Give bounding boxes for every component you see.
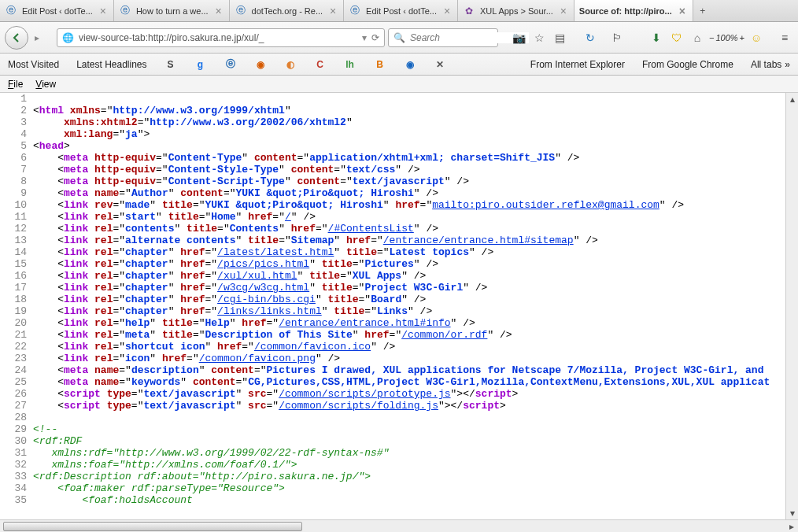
dropdown-icon[interactable]: ▾ bbox=[362, 32, 367, 43]
download-icon[interactable]: ⬇ bbox=[648, 29, 665, 46]
bookmark-favicon: ◉ bbox=[404, 58, 416, 71]
menu-bar: FileView bbox=[0, 76, 798, 93]
bookmark-icon-4[interactable]: ⓔ bbox=[221, 57, 240, 72]
menu-file[interactable]: File bbox=[3, 77, 28, 91]
tab-title: XUL Apps > Sour... bbox=[480, 6, 553, 16]
new-tab-button[interactable]: + bbox=[693, 0, 712, 21]
bookmark-latest-headlines[interactable]: Latest Headlines bbox=[73, 57, 150, 72]
menu-icon[interactable]: ≡ bbox=[776, 29, 793, 46]
camera-icon[interactable]: 📷 bbox=[511, 29, 528, 46]
tab-1[interactable]: ⓔHow to turn a we...× bbox=[114, 0, 230, 21]
zoom-control[interactable]: − 100% + bbox=[709, 33, 744, 42]
list-icon[interactable]: ▤ bbox=[552, 29, 569, 46]
bookmark-label: All tabs bbox=[751, 59, 781, 70]
bookmark-favicon: ◉ bbox=[254, 58, 267, 71]
close-icon[interactable]: × bbox=[558, 6, 569, 17]
bookmark-label: From Google Chrome bbox=[642, 59, 733, 70]
bookmark-favicon: ◐ bbox=[284, 58, 297, 71]
bookmark-favicon: ✕ bbox=[434, 58, 446, 71]
bookmarks-bar: Most VisitedLatest HeadlinesSgⓔ◉◐ClhB◉✕F… bbox=[0, 54, 798, 76]
bookmark-icon-11[interactable]: ✕ bbox=[430, 57, 449, 72]
bookmark-favicon: ⓔ bbox=[224, 58, 237, 71]
bookmark-icon-7[interactable]: C bbox=[311, 57, 330, 72]
shield-icon[interactable]: 🛡 bbox=[668, 29, 685, 46]
bookmark-favicon: lh bbox=[344, 58, 357, 71]
flag-icon[interactable]: 🏳 bbox=[608, 29, 626, 46]
bookmark-all-tabs[interactable]: All tabs » bbox=[748, 57, 793, 72]
bookmark-most-visited[interactable]: Most Visited bbox=[5, 57, 62, 72]
tab-title: How to turn a we... bbox=[136, 6, 209, 16]
bookmark-from-google-chrome[interactable]: From Google Chrome bbox=[639, 57, 737, 72]
chevron-right-icon: » bbox=[785, 59, 790, 70]
zoom-out-icon[interactable]: − bbox=[709, 33, 714, 42]
refresh-alt-icon[interactable]: ↻ bbox=[582, 29, 599, 46]
tab-0[interactable]: ⓔEdit Post ‹ dotTe...× bbox=[0, 0, 114, 21]
tab-favicon: ⓔ bbox=[5, 5, 17, 17]
bookmark-icon-10[interactable]: ◉ bbox=[401, 57, 419, 72]
bookmark-favicon: C bbox=[314, 58, 327, 71]
home-icon[interactable]: ⌂ bbox=[689, 29, 706, 46]
bookmark-icon-5[interactable]: ◉ bbox=[251, 57, 270, 72]
url-bar[interactable]: 🌐 ▾ ⟳ bbox=[57, 28, 385, 47]
bookmark-favicon: g bbox=[194, 58, 207, 71]
tab-2[interactable]: ⓔdotTech.org - Re...× bbox=[230, 0, 345, 21]
zoom-in-icon[interactable]: + bbox=[740, 33, 744, 42]
tab-title: Edit Post ‹ dotTe... bbox=[366, 6, 437, 16]
close-icon[interactable]: × bbox=[98, 6, 109, 17]
tabs-bar: ⓔEdit Post ‹ dotTe...×ⓔHow to turn a we.… bbox=[0, 0, 798, 22]
close-icon[interactable]: × bbox=[441, 6, 453, 17]
bookmark-label: From Internet Explorer bbox=[530, 59, 625, 70]
bookmark-icon-6[interactable]: ◐ bbox=[281, 57, 300, 72]
tab-favicon: ⓔ bbox=[235, 5, 247, 17]
star-icon[interactable]: ☆ bbox=[531, 29, 549, 46]
bookmark-icon-3[interactable]: g bbox=[191, 57, 210, 72]
tab-title: dotTech.org - Re... bbox=[252, 6, 323, 16]
url-input[interactable] bbox=[79, 32, 357, 43]
bookmark-label: Latest Headlines bbox=[76, 59, 146, 70]
bookmark-icon-9[interactable]: B bbox=[371, 57, 390, 72]
tab-5[interactable]: Source of: http://piro...× bbox=[574, 0, 693, 21]
search-icon: 🔍 bbox=[393, 32, 405, 43]
bookmark-icon-2[interactable]: S bbox=[161, 57, 180, 72]
globe-icon: 🌐 bbox=[62, 32, 74, 43]
zoom-level: 100% bbox=[715, 33, 737, 42]
close-icon[interactable]: × bbox=[677, 6, 688, 17]
back-button[interactable] bbox=[5, 26, 28, 50]
nav-toolbar: ▸ 🌐 ▾ ⟳ 🔍 📷 ☆ ▤ ↻ 🏳 ⬇ 🛡 ⌂ − 100% + ☺ ≡ bbox=[0, 22, 798, 54]
tab-favicon: ⓔ bbox=[119, 5, 131, 17]
search-bar[interactable]: 🔍 bbox=[388, 28, 498, 47]
refresh-icon[interactable]: ⟳ bbox=[371, 32, 379, 43]
tab-3[interactable]: ⓔEdit Post ‹ dotTe...× bbox=[344, 0, 458, 21]
smiley-icon[interactable]: ☺ bbox=[748, 29, 765, 46]
bookmark-favicon: B bbox=[374, 58, 386, 71]
bookmark-favicon: S bbox=[164, 58, 177, 71]
tab-title: Source of: http://piro... bbox=[579, 6, 672, 16]
bookmark-from-internet-explorer[interactable]: From Internet Explorer bbox=[527, 57, 628, 72]
bookmark-label: Most Visited bbox=[8, 59, 59, 70]
tab-favicon: ✿ bbox=[463, 5, 475, 17]
tab-title: Edit Post ‹ dotTe... bbox=[22, 6, 93, 16]
menu-view[interactable]: View bbox=[31, 77, 61, 91]
tab-4[interactable]: ✿XUL Apps > Sour...× bbox=[458, 0, 574, 21]
forward-button[interactable]: ▸ bbox=[31, 32, 42, 43]
bookmark-icon-8[interactable]: lh bbox=[341, 57, 360, 72]
close-icon[interactable]: × bbox=[327, 6, 338, 17]
close-icon[interactable]: × bbox=[213, 6, 224, 17]
tab-favicon: ⓔ bbox=[349, 5, 361, 17]
